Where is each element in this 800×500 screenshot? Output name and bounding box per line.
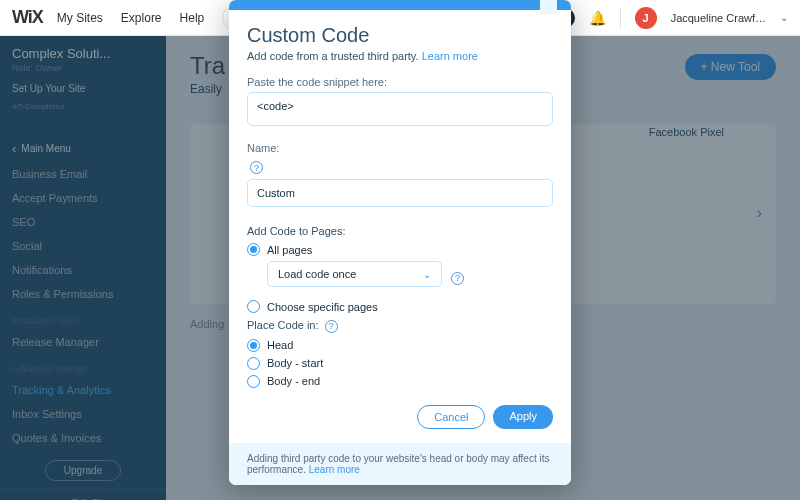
radio-icon: [247, 243, 260, 256]
radio-all-pages[interactable]: All pages: [247, 243, 553, 256]
modal-subtitle: Add code from a trusted third party. Lea…: [247, 50, 553, 62]
modal-footer: Cancel Apply: [229, 397, 571, 443]
cancel-button[interactable]: Cancel: [417, 405, 485, 429]
warn-learn-more-link[interactable]: Learn more: [309, 464, 360, 475]
radio-icon: [247, 339, 260, 352]
top-nav: My Sites Explore Help: [57, 11, 204, 25]
avatar[interactable]: J: [635, 7, 657, 29]
learn-more-link[interactable]: Learn more: [422, 50, 478, 62]
modal-warning: Adding third party code to your website'…: [229, 443, 571, 485]
help-icon[interactable]: ?: [250, 161, 263, 174]
name-input[interactable]: [247, 179, 553, 207]
pages-label: Add Code to Pages:: [247, 225, 553, 237]
modal-title: Custom Code: [247, 24, 553, 47]
modal-header: [229, 0, 571, 10]
bell-icon[interactable]: 🔔: [589, 10, 606, 26]
paste-label: Paste the code snippet here:: [247, 76, 553, 88]
nav-explore[interactable]: Explore: [121, 11, 162, 25]
radio-icon: [247, 375, 260, 388]
name-label: Name:: [247, 142, 553, 154]
radio-icon: [247, 357, 260, 370]
place-code-label: Place Code in: ?: [247, 319, 553, 333]
help-icon[interactable]: ?: [451, 272, 464, 285]
help-icon[interactable]: ?: [325, 320, 338, 333]
nav-my-sites[interactable]: My Sites: [57, 11, 103, 25]
divider: [620, 8, 621, 28]
custom-code-modal: Custom Code Add code from a trusted thir…: [229, 0, 571, 485]
chevron-down-icon[interactable]: ⌄: [780, 12, 788, 23]
wix-logo[interactable]: WiX: [12, 7, 43, 28]
code-snippet-input[interactable]: [247, 92, 553, 126]
radio-body-start[interactable]: Body - start: [247, 357, 553, 370]
apply-button[interactable]: Apply: [493, 405, 553, 429]
radio-specific-pages[interactable]: Choose specific pages: [247, 300, 553, 313]
load-code-select[interactable]: Load code once ⌄: [267, 261, 442, 287]
chevron-down-icon: ⌄: [423, 269, 431, 280]
radio-body-end[interactable]: Body - end: [247, 375, 553, 388]
nav-help[interactable]: Help: [180, 11, 205, 25]
user-name-label[interactable]: Jacqueline Crawf…: [671, 12, 766, 24]
radio-head[interactable]: Head: [247, 339, 553, 352]
radio-icon: [247, 300, 260, 313]
